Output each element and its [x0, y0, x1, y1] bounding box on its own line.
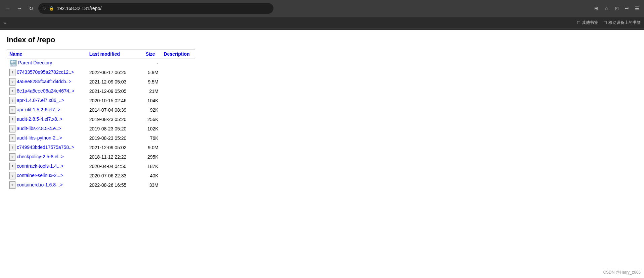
table-row: ?apr-1.4.8-7.el7.x86_..>2020-10-15 02:46… [7, 96, 195, 105]
extensions-icon[interactable]: ⊞ [593, 4, 600, 12]
file-modified-cell [87, 58, 143, 68]
parent-dir-icon: 🔙 [9, 60, 17, 66]
lock-icon: 🔒 [49, 6, 54, 11]
file-name-cell: ?4a5ee8285fca4f1d4dcb..> [7, 77, 87, 87]
bookmark-folder-icon: ☐ [577, 20, 581, 25]
reload-button[interactable]: ↻ [26, 4, 36, 13]
file-name-cell: ?07433570e95a2782cc12..> [7, 68, 87, 77]
file-modified-cell: 2021-12-09 05:03 [87, 77, 143, 87]
file-link[interactable]: checkpolicy-2.5-8.el..> [17, 154, 64, 159]
file-size-cell: 295K [143, 152, 161, 162]
sort-desc-link[interactable]: Description [164, 51, 189, 57]
bookmarks-expand[interactable]: » [3, 20, 6, 25]
file-icon: ? [9, 181, 15, 189]
bookmark-mobile[interactable]: ☐ 移动设备上的书签 [603, 20, 641, 25]
window-icon[interactable]: ⊡ [613, 4, 620, 12]
bookmark-mobile-label: 移动设备上的书签 [608, 20, 641, 25]
th-modified: Last modified [87, 50, 143, 58]
file-name-cell: ?audit-libs-2.8.5-4.e..> [7, 124, 87, 133]
browser-bookmarks: » ☐ 其他书签 ☐ 移动设备上的书签 [0, 17, 644, 29]
file-link[interactable]: 8e1a4a6eee06a24e4674..> [17, 88, 75, 94]
file-icon: ? [9, 172, 15, 179]
table-row: 🔙Parent Directory- [7, 58, 195, 68]
toolbar-right: ⊞ ☆ ⊡ ↩ ☰ [593, 4, 641, 12]
table-row: ?container-selinux-2...>2020-07-06 22:33… [7, 171, 195, 180]
file-icon: ? [9, 69, 15, 76]
th-desc: Description [161, 50, 195, 58]
file-icon: ? [9, 97, 15, 104]
file-desc-cell [161, 162, 195, 171]
file-desc-cell [161, 68, 195, 77]
file-name-cell: ?containerd.io-1.6.8-..> [7, 180, 87, 190]
file-link[interactable]: apr-1.4.8-7.el7.x86_..> [17, 98, 64, 103]
file-link[interactable]: audit-libs-2.8.5-4.e..> [17, 126, 61, 131]
file-size-cell: 102K [143, 124, 161, 133]
file-modified-cell: 2020-07-06 22:33 [87, 171, 143, 180]
file-link[interactable]: 07433570e95a2782cc12..> [17, 69, 74, 75]
bookmarks-items: ☐ 其他书签 ☐ 移动设备上的书签 [577, 20, 641, 25]
file-name-cell: ?apr-1.4.8-7.el7.x86_..> [7, 96, 87, 105]
file-link[interactable]: container-selinux-2...> [17, 173, 63, 178]
file-name-cell: ?audit-2.8.5-4.el7.x8..> [7, 115, 87, 124]
bookmark-other-label: 其他书签 [582, 20, 598, 25]
file-modified-cell: 2014-07-04 08:39 [87, 105, 143, 115]
file-name-cell: ?c749943bded17575a758..> [7, 143, 87, 152]
file-modified-cell: 2020-10-15 02:46 [87, 96, 143, 105]
menu-icon[interactable]: ☰ [634, 4, 641, 12]
shield-icon: 🛡 [42, 6, 46, 11]
file-size-cell: 187K [143, 162, 161, 171]
file-desc-cell [161, 105, 195, 115]
file-link[interactable]: audit-libs-python-2...> [17, 135, 62, 141]
file-modified-cell: 2021-12-09 05:02 [87, 143, 143, 152]
file-size-cell: 256K [143, 115, 161, 124]
file-link[interactable]: apr-util-1.5.2-6.el7..> [17, 107, 60, 112]
table-row: ?audit-libs-python-2...>2019-08-23 05:20… [7, 133, 195, 143]
parent-dir-link[interactable]: Parent Directory [18, 60, 52, 65]
file-icon: ? [9, 88, 15, 95]
table-row: ?containerd.io-1.6.8-..>2022-08-26 16:55… [7, 180, 195, 190]
file-icon: ? [9, 116, 15, 123]
back-button[interactable]: ← [3, 4, 13, 13]
file-icon: ? [9, 125, 15, 132]
file-desc-cell [161, 124, 195, 133]
file-link[interactable]: audit-2.8.5-4.el7.x8..> [17, 116, 62, 122]
undo-icon[interactable]: ↩ [624, 4, 630, 12]
th-name: Name [7, 50, 87, 58]
file-desc-cell [161, 133, 195, 143]
address-bar[interactable]: 🛡 🔒 [38, 3, 273, 14]
file-desc-cell [161, 58, 195, 68]
file-size-cell: - [143, 58, 161, 68]
star-icon[interactable]: ☆ [603, 4, 610, 12]
file-name-cell: ?conntrack-tools-1.4...> [7, 162, 87, 171]
file-size-cell: 21M [143, 87, 161, 96]
file-desc-cell [161, 171, 195, 180]
sort-size-link[interactable]: Size [145, 51, 155, 57]
file-link[interactable]: conntrack-tools-1.4...> [17, 163, 63, 169]
file-modified-cell: 2019-08-23 05:20 [87, 115, 143, 124]
file-modified-cell: 2022-06-17 06:25 [87, 68, 143, 77]
file-link[interactable]: 4a5ee8285fca4f1d4dcb..> [17, 79, 71, 84]
file-name-cell: ?apr-util-1.5.2-6.el7..> [7, 105, 87, 115]
file-desc-cell [161, 180, 195, 190]
file-modified-cell: 2018-11-12 22:22 [87, 152, 143, 162]
file-icon: ? [9, 163, 15, 170]
url-input[interactable] [57, 6, 269, 11]
file-modified-cell: 2019-08-23 05:20 [87, 124, 143, 133]
file-name-cell: ?8e1a4a6eee06a24e4674..> [7, 87, 87, 96]
file-modified-cell: 2021-12-09 05:05 [87, 87, 143, 96]
forward-button[interactable]: → [15, 4, 24, 13]
th-size: Size [143, 50, 161, 58]
nav-buttons: ← → ↻ [3, 4, 36, 13]
file-link[interactable]: containerd.io-1.6.8-..> [17, 182, 63, 187]
file-size-cell: 9.0M [143, 143, 161, 152]
browser-chrome: ← → ↻ 🛡 🔒 ⊞ ☆ ⊡ ↩ ☰ » ☐ 其他书签 ☐ 移动设备上的书签 [0, 0, 644, 30]
file-name-cell: 🔙Parent Directory [7, 58, 87, 68]
sort-modified-link[interactable]: Last modified [89, 51, 120, 57]
file-link[interactable]: c749943bded17575a758..> [17, 145, 74, 150]
table-row: ?c749943bded17575a758..>2021-12-09 05:02… [7, 143, 195, 152]
sort-name-link[interactable]: Name [9, 51, 22, 57]
file-icon: ? [9, 78, 15, 86]
file-size-cell: 40K [143, 171, 161, 180]
bookmark-other[interactable]: ☐ 其他书签 [577, 20, 598, 25]
file-icon: ? [9, 106, 15, 114]
